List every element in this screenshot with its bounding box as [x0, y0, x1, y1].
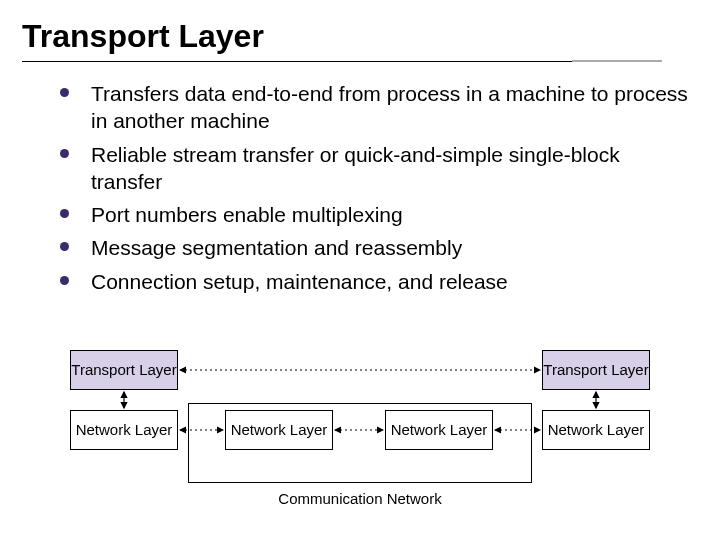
bullet-list: Transfers data end-to-end from process i…: [0, 62, 720, 295]
bullet-icon: [60, 88, 69, 97]
network-layer-box-4: Network Layer: [542, 410, 650, 450]
network-layer-box-2: Network Layer: [225, 410, 333, 450]
layer-diagram: Transport Layer Transport Layer Network …: [70, 350, 650, 520]
transport-layer-box-left: Transport Layer: [70, 350, 178, 390]
bullet-icon: [60, 149, 69, 158]
bullet-icon: [60, 209, 69, 218]
title-underline: [22, 61, 662, 62]
list-item: Port numbers enable multiplexing: [60, 201, 690, 228]
network-layer-box-1: Network Layer: [70, 410, 178, 450]
list-item: Connection setup, maintenance, and relea…: [60, 268, 690, 295]
bullet-text: Transfers data end-to-end from process i…: [91, 80, 690, 135]
bullet-text: Port numbers enable multiplexing: [91, 201, 403, 228]
slide-title: Transport Layer: [0, 0, 720, 61]
bullet-icon: [60, 242, 69, 251]
list-item: Message segmentation and reassembly: [60, 234, 690, 261]
communication-network-label: Communication Network: [260, 490, 460, 507]
bullet-text: Reliable stream transfer or quick-and-si…: [91, 141, 690, 196]
bullet-text: Message segmentation and reassembly: [91, 234, 462, 261]
bullet-text: Connection setup, maintenance, and relea…: [91, 268, 508, 295]
network-layer-box-3: Network Layer: [385, 410, 493, 450]
transport-layer-box-right: Transport Layer: [542, 350, 650, 390]
list-item: Reliable stream transfer or quick-and-si…: [60, 141, 690, 196]
bullet-icon: [60, 276, 69, 285]
list-item: Transfers data end-to-end from process i…: [60, 80, 690, 135]
